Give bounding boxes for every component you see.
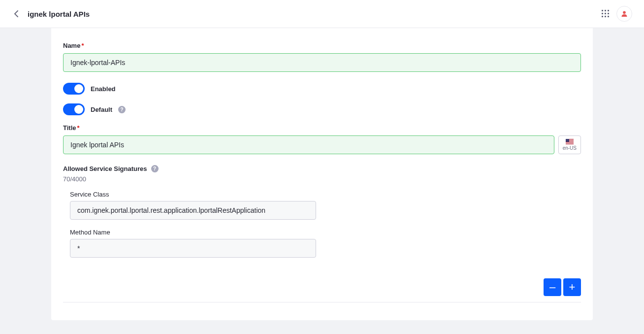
name-group: Name* — [63, 42, 581, 72]
svg-rect-8 — [608, 16, 609, 17]
svg-rect-1 — [605, 10, 606, 11]
svg-rect-2 — [608, 10, 609, 11]
user-icon — [621, 10, 628, 17]
svg-rect-3 — [602, 13, 603, 14]
name-label-text: Name — [63, 42, 80, 49]
default-toggle[interactable] — [63, 103, 85, 115]
service-class-label: Service Class — [70, 191, 316, 198]
signature-buttons: – + — [63, 278, 581, 296]
add-button[interactable]: + — [563, 278, 581, 296]
svg-rect-0 — [602, 10, 603, 11]
svg-point-9 — [623, 11, 626, 14]
topbar-right — [602, 6, 632, 22]
form-panel: Name* Enabled Default ? Title* — [51, 28, 593, 320]
svg-rect-16 — [566, 139, 569, 142]
signature-block: Service Class Method Name — [63, 191, 581, 278]
apps-grid-icon — [602, 10, 610, 18]
method-name-input[interactable] — [70, 239, 316, 258]
default-label: Default — [91, 106, 112, 113]
title-row: en-US — [63, 135, 581, 154]
svg-rect-7 — [605, 16, 606, 17]
title-input[interactable] — [63, 135, 554, 154]
service-class-group: Service Class — [70, 191, 316, 220]
title-label: Title* — [63, 124, 581, 132]
svg-rect-15 — [566, 143, 574, 144]
locale-code: en-US — [563, 145, 577, 151]
page-title: ignek lportal APIs — [28, 10, 90, 18]
required-mark: * — [81, 42, 84, 49]
required-mark: * — [77, 124, 80, 132]
title-group: Title* en-US — [63, 124, 581, 154]
help-icon[interactable]: ? — [118, 106, 126, 113]
method-name-label: Method Name — [70, 229, 316, 236]
svg-rect-6 — [602, 16, 603, 17]
locale-button[interactable]: en-US — [558, 135, 581, 154]
title-label-text: Title — [63, 124, 76, 132]
name-input[interactable] — [63, 53, 581, 72]
apps-button[interactable] — [602, 10, 610, 18]
content-wrap: Name* Enabled Default ? Title* — [0, 28, 644, 334]
topbar-left: ignek lportal APIs — [12, 9, 90, 18]
enabled-row: Enabled — [63, 83, 581, 95]
enabled-label: Enabled — [91, 85, 116, 93]
signatures-header: Allowed Service Signatures ? — [63, 165, 581, 172]
method-name-group: Method Name — [70, 229, 316, 258]
user-menu-button[interactable] — [616, 6, 632, 22]
svg-rect-4 — [605, 13, 606, 14]
signatures-label: Allowed Service Signatures — [63, 165, 147, 172]
back-button[interactable] — [12, 9, 21, 18]
signatures-counter: 70/4000 — [63, 175, 581, 183]
help-icon[interactable]: ? — [151, 165, 159, 172]
chevron-left-icon — [14, 10, 19, 17]
enabled-toggle[interactable] — [63, 83, 85, 95]
svg-rect-14 — [566, 142, 574, 143]
us-flag-icon — [566, 139, 574, 144]
divider — [63, 302, 581, 302]
topbar: ignek lportal APIs — [0, 0, 644, 28]
remove-button[interactable]: – — [544, 278, 561, 296]
name-label: Name* — [63, 42, 581, 49]
default-row: Default ? — [63, 103, 581, 115]
service-class-input[interactable] — [70, 201, 316, 220]
svg-rect-5 — [608, 13, 609, 14]
